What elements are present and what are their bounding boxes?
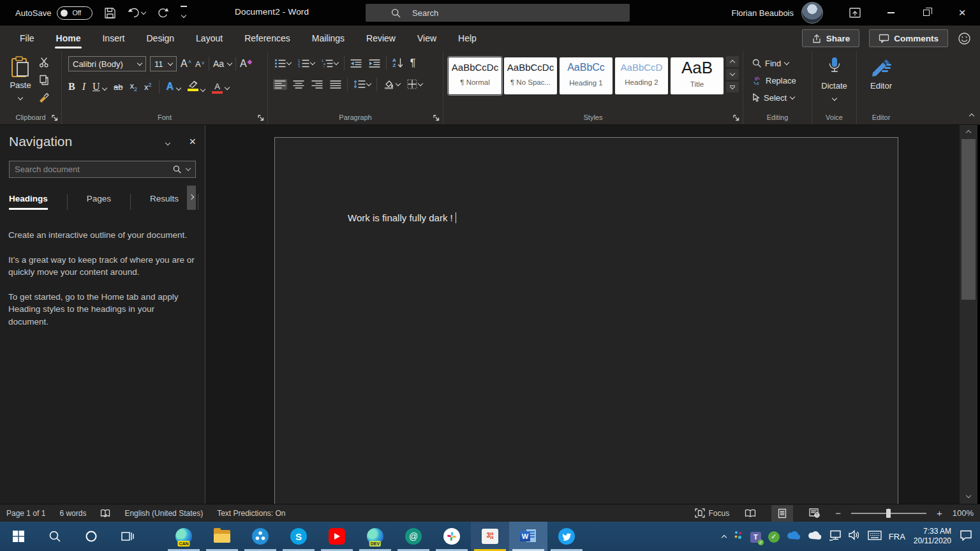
style-heading-1[interactable]: AaBbCc Heading 1 xyxy=(560,57,612,94)
zoom-slider[interactable] xyxy=(851,508,926,518)
taskbar-app-skype[interactable]: S xyxy=(279,522,318,551)
paste-button[interactable]: Paste xyxy=(6,56,34,101)
tab-help[interactable]: Help xyxy=(447,26,487,51)
taskbar-search-button[interactable] xyxy=(36,522,73,551)
save-button[interactable] xyxy=(104,7,116,19)
multilevel-list-button[interactable]: 1ai xyxy=(320,57,339,69)
zoom-out-button[interactable]: − xyxy=(835,508,841,518)
editor-button[interactable]: Editor xyxy=(857,56,905,91)
superscript-button[interactable]: x2 xyxy=(144,82,152,92)
justify-button[interactable] xyxy=(329,79,343,90)
tab-review[interactable]: Review xyxy=(355,26,406,51)
tab-file[interactable]: File xyxy=(9,26,45,51)
tray-network-icon[interactable] xyxy=(829,530,842,543)
style-normal[interactable]: AaBbCcDc ¶ Normal xyxy=(449,57,501,94)
align-right-button[interactable] xyxy=(310,79,324,90)
zoom-in-button[interactable]: + xyxy=(937,508,942,518)
align-left-button[interactable] xyxy=(273,79,287,90)
autosave-switch[interactable]: Off xyxy=(57,6,93,20)
styles-scroll-up-button[interactable] xyxy=(726,56,739,67)
styles-more-button[interactable] xyxy=(726,82,739,92)
tab-layout[interactable]: Layout xyxy=(185,26,234,51)
copy-button[interactable] xyxy=(39,75,49,85)
minimize-button[interactable] xyxy=(873,0,909,26)
search-bar[interactable]: Search xyxy=(366,4,630,22)
highlight-color-button[interactable] xyxy=(188,80,205,94)
taskbar-app-youtube[interactable] xyxy=(318,522,356,551)
line-spacing-button[interactable] xyxy=(352,78,372,90)
tray-green-check-icon[interactable]: ✓ xyxy=(768,530,780,543)
ribbon-display-options-button[interactable] xyxy=(837,0,873,26)
action-center-button[interactable] xyxy=(960,530,972,543)
taskbar-app-media-player-classic[interactable]: 3¦¦ xyxy=(471,522,509,551)
font-name-select[interactable]: Calibri (Body) xyxy=(68,56,146,71)
language-indicator[interactable]: FRA xyxy=(889,532,905,541)
undo-button[interactable] xyxy=(128,7,145,18)
show-formatting-marks-button[interactable]: ¶ xyxy=(409,56,417,70)
tab-design[interactable]: Design xyxy=(135,26,185,51)
restore-button[interactable] xyxy=(909,0,944,26)
taskbar-app-word[interactable]: W xyxy=(509,522,547,551)
dictate-button[interactable]: Dictate xyxy=(812,56,856,102)
account-name[interactable]: Florian Beaubois xyxy=(731,8,794,18)
borders-button[interactable] xyxy=(406,78,424,91)
collapse-ribbon-button[interactable] xyxy=(970,109,974,121)
tab-insert[interactable]: Insert xyxy=(91,26,135,51)
find-button[interactable]: Find xyxy=(752,56,812,70)
scroll-down-button[interactable] xyxy=(960,491,977,501)
document-search-input[interactable]: Search document xyxy=(9,161,196,178)
styles-dialog-launcher[interactable] xyxy=(733,115,739,121)
tab-home[interactable]: Home xyxy=(45,26,92,51)
tray-onedrive-icon[interactable] xyxy=(787,531,801,542)
taskbar-app-edge-canary[interactable]: CAN xyxy=(165,522,203,551)
proofing-status-button[interactable] xyxy=(100,509,110,518)
tab-view[interactable]: View xyxy=(406,26,447,51)
numbering-button[interactable]: 123 xyxy=(297,57,316,69)
sort-button[interactable]: AZ xyxy=(391,57,405,70)
document-page[interactable]: Work is finally fully dark ! xyxy=(274,137,898,504)
taskbar-app-blue-dots[interactable] xyxy=(241,522,279,551)
feedback-smiley-button[interactable] xyxy=(958,32,971,45)
nav-tab-headings[interactable]: Headings xyxy=(9,194,48,210)
font-dialog-launcher[interactable] xyxy=(258,115,264,121)
navigation-options-button[interactable] xyxy=(166,136,170,147)
bullets-button[interactable] xyxy=(273,57,292,69)
font-size-select[interactable]: 11 xyxy=(150,56,177,71)
replace-button[interactable]: bc Replace xyxy=(752,73,812,87)
language-status[interactable]: English (United States) xyxy=(124,509,203,518)
taskbar-app-edge-dev[interactable]: DEV xyxy=(356,522,394,551)
styles-scroll-down-button[interactable] xyxy=(726,69,739,80)
search-options-chevron-icon[interactable] xyxy=(186,166,191,171)
cortana-button[interactable] xyxy=(73,522,109,551)
align-center-button[interactable] xyxy=(292,79,306,90)
font-color-button[interactable]: A xyxy=(212,80,229,94)
style-heading-2[interactable]: AaBbCcD Heading 2 xyxy=(615,57,668,94)
cut-button[interactable] xyxy=(39,57,49,68)
tray-slack-icon[interactable] xyxy=(733,530,743,543)
start-button[interactable] xyxy=(0,522,36,551)
text-effects-button[interactable]: A xyxy=(167,81,181,92)
taskbar-app-slack[interactable] xyxy=(433,522,471,551)
grow-font-button[interactable]: A˄ xyxy=(181,58,191,70)
italic-button[interactable]: I xyxy=(82,81,85,92)
clipboard-dialog-launcher[interactable] xyxy=(52,115,58,121)
shrink-font-button[interactable]: A˅ xyxy=(195,59,205,69)
taskbar-app-twitter[interactable] xyxy=(547,522,586,551)
taskbar-app-chat[interactable]: @ xyxy=(394,522,433,551)
tray-volume-icon[interactable] xyxy=(849,530,861,543)
scroll-up-button[interactable] xyxy=(960,126,977,136)
share-button[interactable]: Share xyxy=(802,29,860,47)
tray-touch-keyboard-icon[interactable] xyxy=(868,531,882,543)
zoom-slider-thumb[interactable] xyxy=(886,509,891,518)
vertical-scrollbar[interactable] xyxy=(960,125,977,504)
format-painter-button[interactable] xyxy=(38,92,49,103)
document-text[interactable]: Work is finally fully dark ! xyxy=(348,212,456,223)
bold-button[interactable]: B xyxy=(68,81,75,92)
nav-tabs-scroll-button[interactable] xyxy=(187,186,196,210)
style-title[interactable]: AaB Title xyxy=(671,57,724,94)
web-layout-button[interactable] xyxy=(803,505,825,522)
word-count[interactable]: 6 words xyxy=(59,509,86,518)
underline-button[interactable]: U xyxy=(93,81,107,92)
decrease-indent-button[interactable] xyxy=(349,58,363,69)
increase-indent-button[interactable] xyxy=(368,58,382,69)
